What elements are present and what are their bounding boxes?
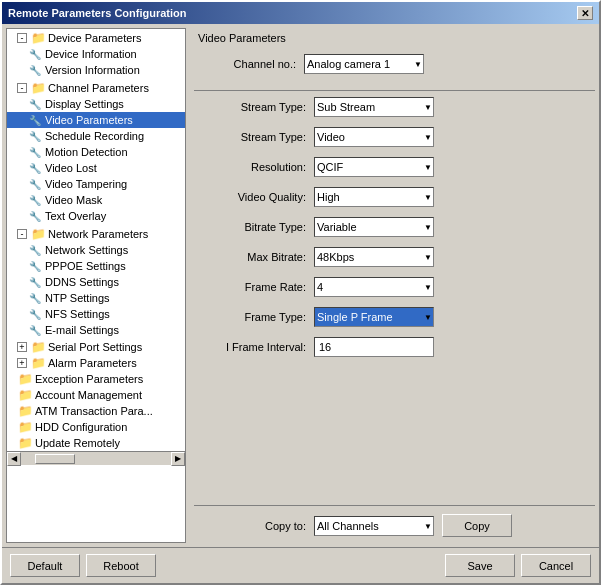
email-settings-label: E-mail Settings	[45, 324, 119, 336]
page-icon: 🔧	[27, 177, 43, 191]
copy-select-wrapper: All Channels	[314, 516, 434, 536]
save-button[interactable]: Save	[445, 554, 515, 577]
page-icon: 🔧	[27, 259, 43, 273]
expand-serial-icon[interactable]: +	[17, 342, 27, 352]
page-icon: 🔧	[27, 243, 43, 257]
page-icon: 🔧	[27, 113, 43, 127]
sidebar-item-nfs-settings[interactable]: 🔧 NFS Settings	[7, 306, 185, 322]
folder-icon: 📁	[30, 81, 46, 95]
version-information-label: Version Information	[45, 64, 140, 76]
folder-icon: 📁	[30, 227, 46, 241]
folder-icon: 📁	[17, 388, 33, 402]
sidebar-item-video-mask[interactable]: 🔧 Video Mask	[7, 192, 185, 208]
stream-type-select-1[interactable]: Main Stream Sub Stream	[314, 97, 434, 117]
sidebar-item-ddns-settings[interactable]: 🔧 DDNS Settings	[7, 274, 185, 290]
cancel-button[interactable]: Cancel	[521, 554, 591, 577]
schedule-recording-label: Schedule Recording	[45, 130, 144, 142]
atm-transaction-label: ATM Transaction Para...	[35, 405, 153, 417]
sidebar-item-pppoe-settings[interactable]: 🔧 PPPOE Settings	[7, 258, 185, 274]
sidebar-item-device-information[interactable]: 🔧 Device Information	[7, 46, 185, 62]
folder-icon: 📁	[17, 436, 33, 450]
stream-type-row-2: Stream Type: Video Audio/Video	[204, 125, 585, 149]
sidebar-item-atm-transaction[interactable]: 📁 ATM Transaction Para...	[7, 403, 185, 419]
folder-icon: 📁	[17, 420, 33, 434]
stream-type-select-2[interactable]: Video Audio/Video	[314, 127, 434, 147]
resolution-label: Resolution:	[204, 161, 314, 173]
hdd-configuration-label: HDD Configuration	[35, 421, 127, 433]
sidebar-item-motion-detection[interactable]: 🔧 Motion Detection	[7, 144, 185, 160]
default-button[interactable]: Default	[10, 554, 80, 577]
separator-2	[194, 505, 595, 506]
sidebar-item-ntp-settings[interactable]: 🔧 NTP Settings	[7, 290, 185, 306]
max-bitrate-label: Max Bitrate:	[204, 251, 314, 263]
sidebar-item-hdd-configuration[interactable]: 📁 HDD Configuration	[7, 419, 185, 435]
sidebar-item-exception-parameters[interactable]: 📁 Exception Parameters	[7, 371, 185, 387]
expand-network-icon[interactable]: -	[17, 229, 27, 239]
sidebar-item-device-parameters[interactable]: - 📁 Device Parameters	[7, 30, 185, 46]
expand-device-icon[interactable]: -	[17, 33, 27, 43]
max-bitrate-select[interactable]: 32Kbps 48Kbps 64Kbps	[314, 247, 434, 267]
sidebar-item-video-tampering[interactable]: 🔧 Video Tampering	[7, 176, 185, 192]
horizontal-scrollbar[interactable]: ◀ ▶	[7, 451, 185, 465]
frame-type-select[interactable]: Single P Frame Multi Frame	[314, 307, 434, 327]
device-information-label: Device Information	[45, 48, 137, 60]
display-settings-label: Display Settings	[45, 98, 124, 110]
channel-parameters-label: Channel Parameters	[48, 82, 149, 94]
copy-button[interactable]: Copy	[442, 514, 512, 537]
expand-alarm-icon[interactable]: +	[17, 358, 27, 368]
resolution-select[interactable]: QCIF CIF D1	[314, 157, 434, 177]
title-bar: Remote Parameters Configuration ✕	[2, 2, 599, 24]
sidebar-item-network-settings[interactable]: 🔧 Network Settings	[7, 242, 185, 258]
bitrate-type-select[interactable]: Variable Constant	[314, 217, 434, 237]
bitrate-type-row: Bitrate Type: Variable Constant	[204, 215, 585, 239]
resolution-select-wrapper: QCIF CIF D1	[314, 157, 434, 177]
sidebar-item-email-settings[interactable]: 🔧 E-mail Settings	[7, 322, 185, 338]
close-button[interactable]: ✕	[577, 6, 593, 20]
sidebar-item-version-information[interactable]: 🔧 Version Information	[7, 62, 185, 78]
video-mask-label: Video Mask	[45, 194, 102, 206]
frame-type-row: Frame Type: Single P Frame Multi Frame	[204, 305, 585, 329]
copy-to-select[interactable]: All Channels	[314, 516, 434, 536]
account-management-label: Account Management	[35, 389, 142, 401]
scroll-left-button[interactable]: ◀	[7, 452, 21, 466]
video-tampering-label: Video Tampering	[45, 178, 127, 190]
sidebar-item-network-parameters[interactable]: - 📁 Network Parameters	[7, 226, 185, 242]
sidebar-item-text-overlay[interactable]: 🔧 Text Overlay	[7, 208, 185, 224]
expand-channel-icon[interactable]: -	[17, 83, 27, 93]
stream-type-label-1: Stream Type:	[204, 101, 314, 113]
sidebar-item-channel-parameters[interactable]: - 📁 Channel Parameters	[7, 80, 185, 96]
frame-type-label: Frame Type:	[204, 311, 314, 323]
footer: Default Reboot Save Cancel	[2, 547, 599, 583]
frame-rate-select[interactable]: 1 2 4 6 8	[314, 277, 434, 297]
sidebar-item-display-settings[interactable]: 🔧 Display Settings	[7, 96, 185, 112]
sidebar-item-update-remotely[interactable]: 📁 Update Remotely	[7, 435, 185, 451]
scroll-thumb[interactable]	[35, 454, 75, 464]
frame-rate-row: Frame Rate: 1 2 4 6 8	[204, 275, 585, 299]
channel-select[interactable]: Analog camera 1 Analog camera 2	[304, 54, 424, 74]
separator-1	[194, 90, 595, 91]
iframe-interval-label: I Frame Interval:	[204, 341, 314, 353]
network-settings-label: Network Settings	[45, 244, 128, 256]
alarm-parameters-label: Alarm Parameters	[48, 357, 137, 369]
bitrate-type-label: Bitrate Type:	[204, 221, 314, 233]
sidebar-item-schedule-recording[interactable]: 🔧 Schedule Recording	[7, 128, 185, 144]
sidebar-item-video-parameters[interactable]: 🔧 Video Parameters	[7, 112, 185, 128]
sidebar-item-alarm-parameters[interactable]: + 📁 Alarm Parameters	[7, 355, 185, 371]
page-icon: 🔧	[27, 291, 43, 305]
sidebar-item-account-management[interactable]: 📁 Account Management	[7, 387, 185, 403]
channel-row: Channel no.: Analog camera 1 Analog came…	[194, 52, 595, 76]
iframe-interval-input[interactable]	[314, 337, 434, 357]
frame-rate-label: Frame Rate:	[204, 281, 314, 293]
scroll-right-button[interactable]: ▶	[171, 452, 185, 466]
sidebar-item-serial-port-settings[interactable]: + 📁 Serial Port Settings	[7, 339, 185, 355]
copy-section: Copy to: All Channels Copy	[194, 510, 595, 543]
stream-type-row-1: Stream Type: Main Stream Sub Stream	[204, 95, 585, 119]
reboot-button[interactable]: Reboot	[86, 554, 156, 577]
main-panel: Video Parameters Channel no.: Analog cam…	[190, 24, 599, 547]
sidebar-item-video-lost[interactable]: 🔧 Video Lost	[7, 160, 185, 176]
page-icon: 🔧	[27, 145, 43, 159]
folder-icon: 📁	[17, 404, 33, 418]
bitrate-type-select-wrapper: Variable Constant	[314, 217, 434, 237]
video-quality-select[interactable]: Low Medium High	[314, 187, 434, 207]
max-bitrate-select-wrapper: 32Kbps 48Kbps 64Kbps	[314, 247, 434, 267]
